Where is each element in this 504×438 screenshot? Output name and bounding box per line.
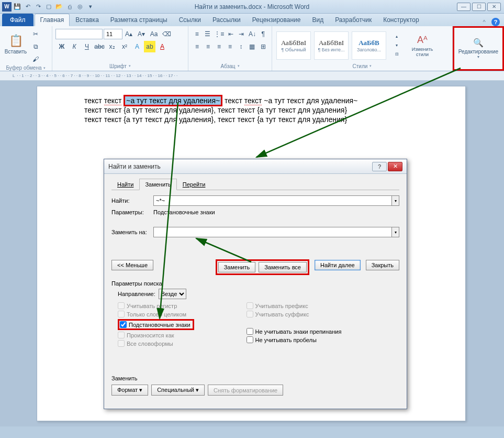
align-left-icon[interactable]: ≡ xyxy=(192,41,202,52)
change-styles-button[interactable]: Aᴬ Изменить стили xyxy=(407,30,438,61)
show-marks-icon[interactable]: ¶ xyxy=(258,28,268,40)
tab[interactable]: Ссылки xyxy=(173,14,207,26)
numbering-icon[interactable]: ☰ xyxy=(203,28,213,40)
shading-icon[interactable]: ▦ xyxy=(247,41,257,52)
align-center-icon[interactable]: ≡ xyxy=(203,41,213,52)
tab-home[interactable]: Главная xyxy=(35,14,70,26)
change-case-icon[interactable]: Aa xyxy=(148,28,160,40)
format-painter-icon[interactable]: 🖌 xyxy=(30,53,41,65)
align-right-icon[interactable]: ≡ xyxy=(214,41,224,52)
format-button[interactable]: Формат ▾ xyxy=(111,385,148,396)
word-icon: W xyxy=(2,2,12,12)
find-input[interactable] xyxy=(153,195,392,206)
strike-icon[interactable]: abc xyxy=(94,41,105,52)
font-size-select[interactable]: 11 xyxy=(104,29,122,39)
text-effects-icon[interactable]: A xyxy=(131,41,143,52)
style-item[interactable]: АаБбВвІ¶ Без инте... xyxy=(314,31,349,60)
tab[interactable]: Рецензирование xyxy=(247,14,307,26)
minimize-button[interactable]: — xyxy=(457,3,471,11)
new-icon[interactable]: ▢ xyxy=(44,2,53,12)
outdent-icon[interactable]: ⇤ xyxy=(226,28,236,40)
indent-icon[interactable]: ⇥ xyxy=(237,28,247,40)
tab[interactable]: Конструктор xyxy=(377,14,424,26)
checkbox-ignore-punct[interactable] xyxy=(247,328,253,335)
tab[interactable]: Рассылки xyxy=(207,14,247,26)
copy-icon[interactable]: ⧉ xyxy=(30,41,41,52)
more-icon[interactable]: ▾ xyxy=(86,2,95,12)
paste-button[interactable]: 📋 Вставить xyxy=(4,28,28,60)
tab[interactable]: Вставка xyxy=(70,14,105,26)
group-label: Буфер обмена xyxy=(3,65,49,71)
undo-icon[interactable]: ↶ xyxy=(23,2,32,12)
find-replace-dialog: Найти и заменить ? ✕ Найти Заменить Пере… xyxy=(104,159,407,409)
close-button[interactable]: Закрыть xyxy=(366,260,399,270)
special-button[interactable]: Специальный ▾ xyxy=(151,385,205,396)
clipboard-icon: 📋 xyxy=(9,34,23,48)
group-label: Абзац xyxy=(192,62,268,70)
justify-icon[interactable]: ≡ xyxy=(225,41,235,52)
grow-font-icon[interactable]: A▴ xyxy=(123,28,135,40)
bullets-icon[interactable]: ≡ xyxy=(192,28,202,40)
styles-scroll-down-icon[interactable]: ▾ xyxy=(391,41,402,50)
replace-history-dropdown[interactable]: ▾ xyxy=(392,227,399,237)
checkbox-ignore-space[interactable] xyxy=(247,336,253,343)
replace-all-button[interactable]: Заменить все xyxy=(259,262,307,272)
save-icon[interactable]: 💾 xyxy=(13,2,22,12)
maximize-button[interactable]: ☐ xyxy=(472,3,486,11)
action-buttons-highlight: Заменить Заменить все xyxy=(216,259,309,275)
replace-input[interactable] xyxy=(153,227,392,237)
replace-label: Заменить на: xyxy=(111,229,153,235)
find-label: Найти: xyxy=(111,198,153,204)
styles-expand-icon[interactable]: ⊟ xyxy=(391,50,402,59)
group-editing[interactable]: 🔍 Редактирование ▾ xyxy=(453,26,504,71)
group-font: 11 A▴ A▾ Aa ⌫ Ж К Ч abc x₂ x² A ab A Шри… xyxy=(52,26,188,71)
italic-icon[interactable]: К xyxy=(69,41,80,52)
tab-replace[interactable]: Заменить xyxy=(139,179,176,190)
multilevel-icon[interactable]: ⋮≡ xyxy=(214,28,225,40)
preview-icon[interactable]: ◎ xyxy=(75,2,85,12)
borders-icon[interactable]: ⊞ xyxy=(258,41,268,52)
close-window-button[interactable]: ✕ xyxy=(487,3,501,11)
cut-icon[interactable]: ✂ xyxy=(30,28,41,40)
print-icon[interactable]: ⎙ xyxy=(65,2,74,12)
styles-scroll-up-icon[interactable]: ▴ xyxy=(391,32,402,41)
bold-icon[interactable]: Ж xyxy=(56,41,68,52)
window-title: Найти и заменить.docx - Microsoft Word xyxy=(195,3,310,10)
replace-button[interactable]: Заменить xyxy=(218,262,255,272)
tab[interactable]: Разметка страницы xyxy=(105,14,173,26)
ribbon: 📋 Вставить ✂ ⧉ 🖌 Буфер обмена 11 A▴ A▾ A… xyxy=(0,26,504,71)
tab-file[interactable]: Файл xyxy=(2,14,33,26)
dialog-help-button[interactable]: ? xyxy=(372,162,387,171)
group-paragraph: ≡ ☰ ⋮≡ ⇤ ⇥ A↓ ¶ ≡ ≡ ≡ ≡ ↕ ▦ ⊞ Абзац xyxy=(188,26,272,71)
redo-icon[interactable]: ↷ xyxy=(33,2,43,12)
subscript-icon[interactable]: x₂ xyxy=(106,41,118,52)
less-button[interactable]: << Меньше xyxy=(111,260,153,270)
binoculars-icon: 🔍 xyxy=(473,38,484,48)
tab[interactable]: Вид xyxy=(306,14,329,26)
checkbox-wildcards[interactable] xyxy=(120,321,127,328)
collapse-ribbon-icon[interactable]: ^ xyxy=(480,18,488,26)
checkbox-word-forms xyxy=(118,340,125,347)
clear-format-icon[interactable]: ⌫ xyxy=(161,28,172,40)
style-item[interactable]: АаБбВЗаголово... xyxy=(352,31,386,60)
tab[interactable]: Разработчик xyxy=(329,14,377,26)
editing-label: Редактирование xyxy=(458,49,498,54)
style-item[interactable]: АаБбВвІ¶ Обычный xyxy=(276,31,311,60)
dialog-titlebar[interactable]: Найти и заменить ? ✕ xyxy=(104,159,407,174)
find-next-button[interactable]: Найти далее xyxy=(315,260,361,270)
line-spacing-icon[interactable]: ↕ xyxy=(236,41,246,52)
tab-goto[interactable]: Перейти xyxy=(177,179,211,190)
font-color-icon[interactable]: A xyxy=(156,41,168,52)
shrink-font-icon[interactable]: A▾ xyxy=(136,28,147,40)
font-family-select[interactable] xyxy=(55,29,103,39)
highlight-icon[interactable]: ab xyxy=(144,41,155,52)
superscript-icon[interactable]: x² xyxy=(119,41,130,52)
direction-select[interactable]: Везде xyxy=(159,289,186,299)
find-history-dropdown[interactable]: ▾ xyxy=(392,195,399,206)
dialog-close-button[interactable]: ✕ xyxy=(388,162,402,171)
sort-icon[interactable]: A↓ xyxy=(248,28,257,40)
tab-find[interactable]: Найти xyxy=(111,179,139,190)
underline-icon[interactable]: Ч xyxy=(81,41,93,52)
help-icon[interactable]: ? xyxy=(491,18,500,26)
open-icon[interactable]: 📂 xyxy=(54,2,64,12)
